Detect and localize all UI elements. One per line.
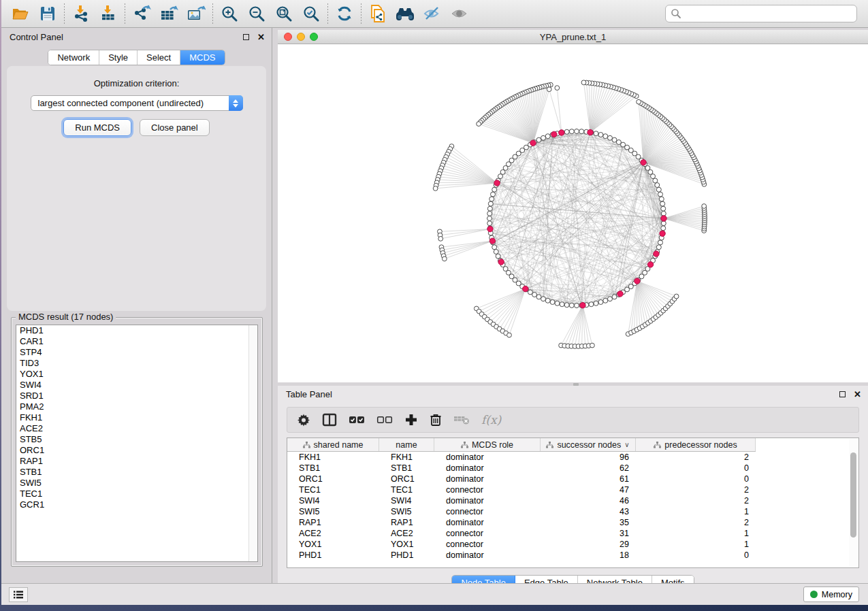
table-cell[interactable]: 46	[541, 495, 636, 506]
mcds-result-item[interactable]: CAR1	[16, 336, 257, 347]
add-column-icon[interactable]	[404, 413, 418, 427]
clone-network-icon[interactable]	[364, 2, 391, 25]
mcds-result-item[interactable]: FKH1	[16, 412, 257, 423]
table-cell[interactable]: dominator	[434, 452, 541, 463]
tab-network[interactable]: Network	[48, 50, 99, 65]
table-cell[interactable]: PHD1	[379, 550, 434, 561]
table-cell[interactable]: 31	[541, 528, 636, 539]
table-row[interactable]: ACE2ACE2connector311	[287, 528, 858, 539]
table-cell[interactable]: FKH1	[287, 452, 379, 463]
table-cell[interactable]: ORC1	[379, 474, 434, 484]
close-panel-icon[interactable]: ✕	[257, 33, 265, 42]
function-builder-icon[interactable]: f(x)	[481, 413, 501, 427]
mcds-result-item[interactable]: PHD1	[16, 325, 257, 336]
run-mcds-button[interactable]: Run MCDS	[63, 119, 131, 136]
float-table-panel-icon[interactable]	[839, 391, 846, 397]
table-cell[interactable]: 96	[541, 452, 636, 463]
table-cell[interactable]: connector	[434, 506, 541, 517]
find-icon[interactable]	[391, 2, 419, 25]
zoom-out-icon[interactable]	[243, 2, 270, 25]
table-cell[interactable]: 29	[541, 539, 636, 550]
export-table-icon[interactable]	[155, 2, 182, 25]
table-cell[interactable]: ACE2	[287, 528, 379, 539]
mcds-result-item[interactable]: SRD1	[16, 391, 257, 401]
import-network-icon[interactable]	[67, 2, 95, 25]
table-cell[interactable]: 1	[636, 528, 756, 539]
table-cell[interactable]: dominator	[434, 495, 541, 506]
mcds-result-item[interactable]: SWI5	[16, 478, 257, 489]
refresh-icon[interactable]	[331, 2, 358, 25]
table-cell[interactable]: 47	[541, 484, 636, 495]
optimization-criterion-select[interactable]: largest connected component (undirected)	[31, 95, 243, 111]
table-row[interactable]: SWI5SWI5connector431	[287, 506, 858, 517]
table-cell[interactable]: FKH1	[379, 452, 434, 463]
table-cell[interactable]: 0	[636, 550, 756, 561]
table-row[interactable]: TEC1TEC1connector472	[287, 484, 858, 495]
table-row[interactable]: ORC1ORC1dominator610	[287, 474, 858, 484]
zoom-in-icon[interactable]	[216, 2, 243, 25]
network-canvas[interactable]	[278, 44, 868, 382]
table-cell[interactable]: 2	[636, 495, 756, 506]
mcds-result-item[interactable]: STP4	[16, 347, 257, 358]
table-cell[interactable]: 43	[541, 506, 636, 517]
search-input[interactable]	[665, 5, 857, 22]
mcds-result-item[interactable]: TEC1	[16, 489, 257, 499]
table-cell[interactable]: 61	[541, 474, 636, 484]
memory-button[interactable]: Memory	[803, 587, 859, 602]
table-cell[interactable]: PHD1	[287, 550, 379, 561]
select-all-icon[interactable]	[349, 415, 365, 425]
mcds-result-item[interactable]: STB1	[16, 467, 257, 478]
table-cell[interactable]: 0	[636, 474, 756, 484]
tab-mcds[interactable]: MCDS	[180, 50, 224, 65]
table-cell[interactable]: RAP1	[379, 517, 434, 528]
table-row[interactable]: SWI4SWI4dominator462	[287, 495, 858, 506]
table-options-gear-icon[interactable]	[297, 413, 310, 427]
table-row[interactable]: RAP1RAP1dominator352	[287, 517, 858, 528]
column-header-name[interactable]: name	[379, 438, 434, 451]
show-panels-button[interactable]	[9, 587, 28, 602]
table-cell[interactable]: 0	[636, 463, 756, 474]
table-cell[interactable]: connector	[434, 484, 541, 495]
show-all-icon[interactable]	[446, 2, 473, 25]
table-cell[interactable]: 2	[636, 484, 756, 495]
table-cell[interactable]: STB1	[287, 463, 379, 474]
column-header-MCDS-role[interactable]: MCDS role	[434, 438, 541, 451]
tab-select[interactable]: Select	[138, 50, 180, 65]
table-row[interactable]: FKH1FKH1dominator962	[287, 452, 858, 463]
table-cell[interactable]: ACE2	[379, 528, 434, 539]
export-network-icon[interactable]	[128, 2, 155, 25]
table-cell[interactable]: connector	[434, 528, 541, 539]
close-table-panel-icon[interactable]: ✕	[854, 390, 861, 399]
table-cell[interactable]: 2	[636, 452, 756, 463]
table-cell[interactable]: dominator	[434, 517, 541, 528]
table-row[interactable]: YOX1YOX1connector291	[287, 539, 858, 550]
table-cell[interactable]: SWI4	[379, 495, 434, 506]
zoom-selected-icon[interactable]	[298, 2, 325, 25]
table-cell[interactable]: connector	[434, 539, 541, 550]
table-cell[interactable]: ORC1	[287, 474, 379, 484]
table-cell[interactable]: TEC1	[287, 484, 379, 495]
table-cell[interactable]: dominator	[434, 474, 541, 484]
delete-table-icon[interactable]	[453, 414, 470, 425]
table-cell[interactable]: STB1	[379, 463, 434, 474]
table-cell[interactable]: SWI4	[287, 495, 379, 506]
table-cell[interactable]: RAP1	[287, 517, 379, 528]
table-cell[interactable]: 1	[636, 539, 756, 550]
mcds-result-item[interactable]: TID3	[16, 358, 257, 369]
mcds-result-item[interactable]: RAP1	[16, 456, 257, 467]
table-row[interactable]: PHD1PHD1dominator180	[287, 550, 858, 561]
table-cell[interactable]: 2	[636, 517, 756, 528]
mcds-result-item[interactable]: PMA2	[16, 401, 257, 412]
zoom-fit-icon[interactable]	[270, 2, 298, 25]
delete-column-icon[interactable]	[430, 413, 442, 427]
table-cell[interactable]: TEC1	[379, 484, 434, 495]
table-cell[interactable]: dominator	[434, 550, 541, 561]
table-cell[interactable]: 18	[541, 550, 636, 561]
table-cell[interactable]: 1	[636, 506, 756, 517]
mcds-result-item[interactable]: ORC1	[16, 445, 257, 456]
mcds-result-item[interactable]: SWI4	[16, 380, 257, 391]
column-header-successor-nodes[interactable]: successor nodes∨	[541, 438, 636, 451]
hide-selected-icon[interactable]	[419, 2, 446, 25]
table-scrollbar-thumb[interactable]	[850, 452, 856, 538]
mcds-result-list[interactable]: PHD1CAR1STP4TID3YOX1SWI4SRD1PMA2FKH1ACE2…	[16, 325, 258, 562]
